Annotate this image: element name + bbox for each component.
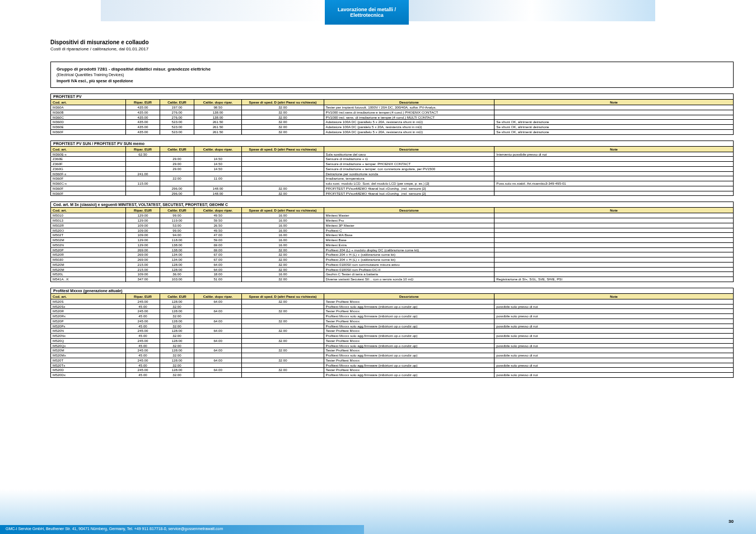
table-cell: 134.00 bbox=[160, 252, 194, 257]
table-cell: 11.00 bbox=[194, 176, 241, 181]
table-row: M360F22.0011.00Irradiazione, temperatura bbox=[51, 176, 734, 181]
vat-note: Importi IVA escl., più spese di spedizio… bbox=[57, 79, 727, 83]
table-cell: Profitest 204 + H (L) + (calibrazione co… bbox=[324, 252, 494, 257]
table-cell: M520R bbox=[51, 252, 126, 257]
table-cell: Profitest Mxxxx solo agg.firmware (inibi… bbox=[324, 363, 494, 368]
table-cell: possibile solo presso di noi bbox=[494, 363, 734, 368]
table-cell bbox=[126, 157, 160, 162]
table-cell: Profitest 0100SII con commutatore misura… bbox=[324, 262, 494, 267]
table-cell: 29.00 bbox=[160, 157, 194, 162]
table-cell: 245.00 bbox=[126, 338, 160, 343]
table-cell: 109.00 bbox=[126, 228, 160, 233]
table-cell: Z360G bbox=[51, 166, 126, 171]
table-row: M520M215.00128.0064.0032.00Profitest 010… bbox=[51, 262, 734, 267]
table-cell: M520M bbox=[51, 267, 126, 272]
table-cell: 32.00 bbox=[242, 186, 324, 191]
table-cell: 16.00 bbox=[242, 228, 324, 233]
table-cell: 523.00 bbox=[160, 129, 194, 134]
table-row: M520P245.00128.0064.0032.00Tester Profit… bbox=[51, 318, 734, 324]
table-row: Z360F29.0014.50Sensore di irradiazione +… bbox=[51, 162, 734, 167]
table-cell: Se shunt OK, altrimenti detrazione bbox=[494, 120, 734, 125]
table-cell: 45.00 bbox=[126, 373, 160, 378]
column-header: Note bbox=[494, 100, 734, 105]
table-cell: Adattatore 100A DC (parallelo 5 x 20A, r… bbox=[324, 120, 494, 125]
table-cell: M5030 bbox=[51, 257, 126, 263]
table-row: M520L109.0036.0018.0016.00Geohm C Tester… bbox=[51, 272, 734, 277]
table-row: M520Qx45.0032.00Profitest Mxxxx solo agg… bbox=[51, 343, 734, 348]
table-cell bbox=[126, 162, 160, 167]
table-cell: 245.00 bbox=[126, 368, 160, 373]
column-header: Spese di sped. D (altri Paesi su richies… bbox=[242, 146, 324, 152]
table-cell: 16.00 bbox=[242, 223, 324, 228]
table-cell: Minitest Pro bbox=[324, 218, 494, 223]
table-cell: Profitest Mxxxx solo agg.firmware (inibi… bbox=[324, 353, 494, 358]
table-cell bbox=[494, 348, 734, 353]
table-cell: 45.00 bbox=[126, 353, 160, 358]
table-cell: Profitest Mxxxx solo agg.firmware (inibi… bbox=[324, 343, 494, 348]
table-cell: 45.00 bbox=[126, 314, 160, 319]
table-row: Z360E29.0014.50Sensore di irradiazione +… bbox=[51, 157, 734, 162]
table-row: M5010129.0099.0049.5016.00Minitest Maste… bbox=[51, 213, 734, 218]
table-cell: M360F bbox=[51, 186, 126, 191]
table-cell: M520D bbox=[51, 368, 126, 373]
section-title: PROFITEST PV SUN / PROFITEST PV SUN memo bbox=[51, 140, 734, 146]
table-cell bbox=[494, 358, 734, 363]
table-row: M520Nx45.0032.00Profitest Mxxxx solo agg… bbox=[51, 334, 734, 339]
table-cell: M520S bbox=[51, 299, 126, 304]
table-cell: 245.00 bbox=[126, 299, 160, 304]
column-header: Calibr. dopo ripar. bbox=[194, 208, 241, 213]
table-cell bbox=[494, 157, 734, 162]
table-cell: 129.00 bbox=[126, 242, 160, 247]
table-cell bbox=[494, 191, 734, 196]
table-cell bbox=[494, 247, 734, 252]
table-cell bbox=[494, 223, 734, 228]
table-cell: 14.50 bbox=[194, 157, 241, 162]
table-cell: 148.00 bbox=[194, 191, 241, 196]
table-cell: 148.00 bbox=[194, 186, 241, 191]
table-row: M360F-x241.00Detrazione per sostituzione… bbox=[51, 171, 734, 176]
table-cell: M502M bbox=[51, 238, 126, 243]
table-cell: 47.00 bbox=[194, 233, 241, 238]
table-cell: 32.00 bbox=[160, 334, 194, 339]
table-cell: 32.00 bbox=[242, 115, 324, 120]
table-cell: 32.00 bbox=[242, 191, 324, 196]
table-row: M360A435.00197.0098.5032.00Tester per im… bbox=[51, 105, 734, 110]
table-cell bbox=[242, 171, 324, 176]
table-cell bbox=[194, 373, 241, 378]
table-row: M520R269.00134.0067.0032.00Profitest 204… bbox=[51, 252, 734, 257]
table-cell: 32.00 bbox=[160, 304, 194, 309]
table-cell bbox=[242, 157, 324, 162]
table-cell: 435.00 bbox=[126, 110, 160, 115]
table-cell: Sensore di irradiazione + temper. PHOENI… bbox=[324, 162, 494, 167]
table-cell: 59.50 bbox=[194, 218, 241, 223]
table-cell bbox=[194, 343, 241, 348]
table-row: M360E-x62.50Sola sostituzione del cavoIn… bbox=[51, 152, 734, 157]
table-cell: Z360E bbox=[51, 157, 126, 162]
table-cell: 129.00 bbox=[126, 218, 160, 223]
table-cell: Tester Profitest Mxxxx bbox=[324, 318, 494, 324]
table-cell: Detrazione per sostituzione sonda bbox=[324, 171, 494, 176]
table-row: M360D435.00523.00261.5032.00Adattatore 1… bbox=[51, 120, 734, 125]
table-cell: 32.00 bbox=[242, 299, 324, 304]
table-cell: 99.00 bbox=[160, 228, 194, 233]
table-cell: 138.00 bbox=[194, 115, 241, 120]
table-cell bbox=[494, 272, 734, 277]
table-row: M520Px45.0032.00Profitest Mxxxx solo agg… bbox=[51, 324, 734, 329]
column-header: Descrizione bbox=[324, 293, 494, 299]
table-cell: 18.00 bbox=[194, 272, 241, 277]
table-cell: Profitest 0100SII con Profitest DC-II bbox=[324, 267, 494, 272]
column-header: Calibr. EUR bbox=[160, 293, 194, 299]
top-banner: Lavorazione dei metalli / Elettrotecnica bbox=[0, 0, 756, 27]
page-content: Dispositivi di misurazione e collaudo Co… bbox=[50, 39, 734, 383]
table-cell bbox=[494, 318, 734, 324]
section-title: Cod. art. M 3x (classici) e seguenti MIN… bbox=[51, 202, 734, 208]
table-cell: Tester Profitest Mxxxx bbox=[324, 348, 494, 353]
page-title: Dispositivi di misurazione e collaudo bbox=[50, 39, 734, 45]
table-cell: 99.00 bbox=[160, 213, 194, 218]
column-header: Calibr. EUR bbox=[160, 208, 194, 213]
table-cell: Adattatore 100A DC (paralelo 5 x 20A, re… bbox=[324, 125, 494, 130]
table-cell: 435.00 bbox=[126, 129, 160, 134]
table-cell bbox=[242, 343, 324, 348]
table-cell: 523.00 bbox=[160, 125, 194, 130]
table-cell: M520Nx bbox=[51, 334, 126, 339]
